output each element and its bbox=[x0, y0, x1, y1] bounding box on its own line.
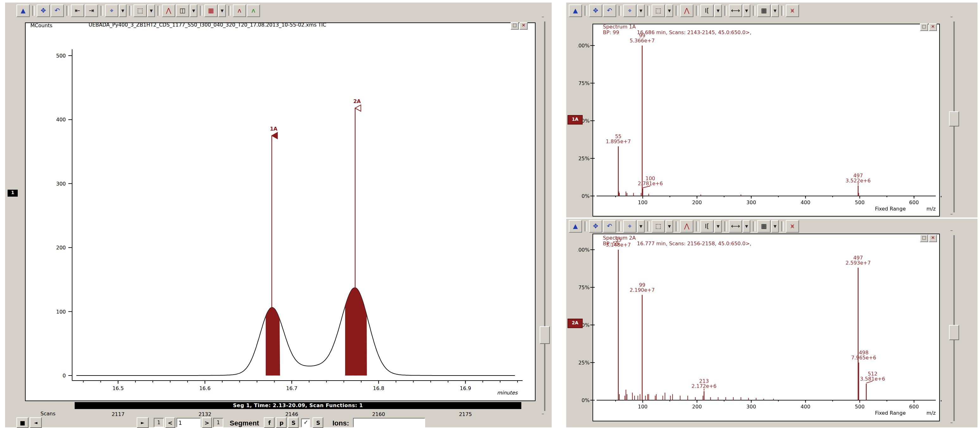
svg-text:16.8: 16.8 bbox=[373, 385, 384, 392]
intensity-tool-dropdown[interactable]: ▼ bbox=[714, 5, 722, 17]
spectrum-1a-badge[interactable]: 1A bbox=[568, 115, 583, 125]
svg-text:100: 100 bbox=[638, 404, 648, 410]
window-tile-dropdown[interactable]: ▼ bbox=[190, 5, 197, 17]
pan-tool-button[interactable]: ✥ bbox=[589, 5, 602, 17]
cursor-tool-dropdown[interactable]: ▼ bbox=[637, 5, 645, 17]
flag-f-button[interactable]: f bbox=[264, 417, 275, 428]
peak-pick-tool-button[interactable]: ⋀ bbox=[680, 220, 694, 233]
svg-text:75%: 75% bbox=[578, 80, 590, 86]
svg-text:1A: 1A bbox=[270, 126, 277, 132]
cursor-tool-dropdown[interactable]: ▼ bbox=[119, 5, 127, 17]
scroll-track[interactable] bbox=[42, 418, 137, 427]
zoom-select-tool-button[interactable]: ⬚ bbox=[652, 5, 665, 17]
mass-range-tool-button[interactable]: ⟷ bbox=[729, 5, 742, 17]
toolbar-separator bbox=[753, 221, 756, 231]
compare-chromatogram-green-button[interactable]: ʌ bbox=[247, 5, 260, 17]
marker-button[interactable]: ■ bbox=[16, 417, 29, 428]
shift-left-button[interactable]: ⇤ bbox=[71, 5, 84, 17]
spectrum-display-dropdown[interactable]: ▼ bbox=[218, 5, 226, 17]
svg-text:25%: 25% bbox=[578, 360, 590, 366]
flag-s-button[interactable]: S bbox=[288, 417, 299, 428]
display-options-button[interactable]: ▦ bbox=[757, 5, 771, 17]
intensity-tool-dropdown[interactable]: ▼ bbox=[714, 220, 722, 233]
peak-pick-tool-button[interactable]: ⋀ bbox=[162, 5, 175, 17]
compare-chromatogram-red-button[interactable]: ʌ bbox=[233, 5, 246, 17]
intensity-tool-button[interactable]: I[ bbox=[700, 5, 714, 17]
svg-text:25%: 25% bbox=[578, 155, 590, 162]
zoom-select-dropdown[interactable]: ▼ bbox=[665, 5, 673, 17]
chromatogram-title: UEBADA_Py400_3_ZB1HT2_CDS_1177_S50_I300_… bbox=[89, 22, 326, 28]
autoscale-button[interactable]: ▲ bbox=[569, 5, 582, 17]
chromatogram-plot[interactable]: 010020030040050016.516.616.716.816.91A2A… bbox=[24, 18, 538, 420]
cursor-tool-dropdown[interactable]: ▼ bbox=[637, 220, 645, 233]
pan-tool-button[interactable]: ✥ bbox=[589, 220, 602, 233]
intensity-slider-thumb[interactable] bbox=[949, 325, 959, 340]
cursor-tool-button[interactable]: ⌖ bbox=[105, 5, 118, 17]
svg-text:200: 200 bbox=[692, 200, 702, 206]
svg-text:2.172e+6: 2.172e+6 bbox=[692, 383, 716, 389]
msms-tool-button[interactable]: ⩙ bbox=[786, 220, 799, 233]
close-window-button[interactable]: × bbox=[929, 24, 937, 31]
undo-zoom-button[interactable]: ↶ bbox=[603, 5, 616, 17]
spectrum-2a-plot[interactable]: 100%75%50%25%0%100200300400500600553.148… bbox=[578, 233, 957, 425]
restore-window-button[interactable]: □ bbox=[920, 235, 928, 242]
scroll-left-button[interactable]: ◄ bbox=[30, 417, 42, 428]
segment-count-box: 1 bbox=[213, 418, 223, 427]
autoscale-button[interactable]: ▲ bbox=[16, 5, 30, 17]
peak-pick-tool-button[interactable]: ⋀ bbox=[680, 5, 694, 17]
shift-right-button[interactable]: ⇥ bbox=[85, 5, 98, 17]
undo-zoom-button[interactable]: ↶ bbox=[603, 220, 616, 233]
flag-p-button[interactable]: p bbox=[276, 417, 287, 428]
display-options-button[interactable]: ▦ bbox=[757, 220, 771, 233]
segment-number-input[interactable] bbox=[177, 418, 200, 427]
spectrum-1a-plot[interactable]: 100%75%50%25%0%100200300400500600551.895… bbox=[578, 18, 957, 219]
zoom-select-tool-button[interactable]: ⬚ bbox=[652, 220, 665, 233]
mass-range-dropdown[interactable]: ▼ bbox=[743, 220, 750, 233]
trace-number-badge[interactable]: 1 bbox=[8, 190, 18, 197]
restore-window-button[interactable]: □ bbox=[920, 24, 928, 31]
cursor-tool-button[interactable]: ⌖ bbox=[623, 220, 636, 233]
svg-text:400: 400 bbox=[56, 117, 66, 123]
scans-axis-label: Scans bbox=[40, 411, 56, 417]
pan-tool-button[interactable]: ✥ bbox=[37, 5, 50, 17]
intensity-slider-thumb[interactable] bbox=[949, 111, 959, 127]
s2-button[interactable]: S bbox=[313, 417, 324, 428]
close-window-button[interactable]: × bbox=[519, 22, 528, 30]
svg-text:200: 200 bbox=[692, 404, 702, 410]
mass-range-dropdown[interactable]: ▼ bbox=[743, 5, 750, 17]
toolbar-separator bbox=[724, 6, 727, 16]
ions-input[interactable] bbox=[353, 418, 425, 427]
cursor-tool-button[interactable]: ⌖ bbox=[623, 5, 636, 17]
scroll-right-button[interactable]: ► bbox=[137, 417, 149, 428]
zoom-slider-thumb[interactable] bbox=[540, 326, 550, 344]
display-options-dropdown[interactable]: ▼ bbox=[771, 5, 779, 17]
msms-tool-button[interactable]: ⩙ bbox=[786, 5, 799, 17]
svg-text:300: 300 bbox=[746, 404, 756, 410]
segment-decrement-button[interactable]: < bbox=[165, 417, 175, 428]
autoscale-button[interactable]: ▲ bbox=[569, 220, 582, 233]
slider-top-mark: – bbox=[950, 14, 953, 20]
svg-text:2175: 2175 bbox=[459, 411, 472, 417]
toolbar-separator bbox=[696, 221, 698, 231]
spectrum-2a-badge[interactable]: 2A bbox=[568, 319, 583, 328]
page-indicator-box: 1 bbox=[154, 418, 164, 427]
zoom-select-dropdown[interactable]: ▼ bbox=[147, 5, 155, 17]
svg-text:500: 500 bbox=[855, 200, 865, 206]
display-options-dropdown[interactable]: ▼ bbox=[771, 220, 779, 233]
zoom-select-tool-button[interactable]: ⬚ bbox=[134, 5, 147, 17]
intensity-tool-button[interactable]: I[ bbox=[700, 220, 714, 233]
spectrum-display-button[interactable]: ▦ bbox=[204, 5, 218, 17]
toolbar-separator bbox=[228, 6, 231, 16]
zoom-slider-track[interactable] bbox=[544, 22, 546, 411]
svg-text:300: 300 bbox=[56, 181, 66, 187]
slider-bottom-mark: – bbox=[950, 211, 953, 217]
scan-checkbox[interactable]: ✓ bbox=[301, 418, 310, 427]
window-tile-button[interactable]: ◫ bbox=[176, 5, 189, 17]
spectrum-1a-scan-info: BP: 9916.686 min, Scans: 2143-2145, 45.0… bbox=[603, 30, 751, 35]
restore-window-button[interactable]: □ bbox=[511, 22, 519, 30]
undo-zoom-button[interactable]: ↶ bbox=[51, 5, 64, 17]
close-window-button[interactable]: × bbox=[929, 235, 937, 242]
mass-range-tool-button[interactable]: ⟷ bbox=[729, 220, 742, 233]
segment-increment-button[interactable]: > bbox=[202, 417, 212, 428]
zoom-select-dropdown[interactable]: ▼ bbox=[665, 220, 673, 233]
